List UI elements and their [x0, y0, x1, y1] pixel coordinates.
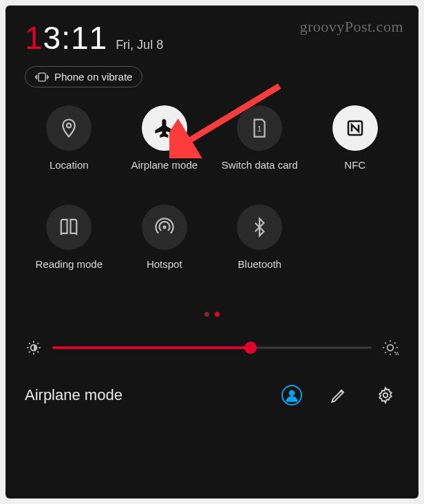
tile-hotspot[interactable]: Hotspot: [120, 204, 209, 284]
brightness-slider-row: A: [25, 339, 399, 357]
tile-airplane-mode[interactable]: Airplane mode: [120, 105, 209, 185]
user-icon: [282, 385, 302, 406]
svg-text:1: 1: [257, 125, 262, 133]
brightness-slider[interactable]: [52, 339, 372, 356]
watermark-text: groovyPost.com: [299, 18, 403, 36]
tiles-grid: Location Airplane mode 1 Switch data car…: [25, 105, 399, 284]
footer-bar: Airplane mode: [25, 381, 399, 409]
vibrate-pill[interactable]: Phone on vibrate: [25, 66, 142, 87]
svg-point-8: [289, 390, 295, 396]
svg-point-6: [388, 345, 394, 351]
vibrate-icon: [35, 72, 49, 83]
pencil-icon: [330, 386, 348, 404]
clock-time: 13:11: [25, 19, 107, 56]
svg-point-1: [67, 123, 71, 127]
user-button[interactable]: [278, 381, 306, 409]
nfc-icon: [332, 105, 378, 151]
vibrate-label: Phone on vibrate: [54, 71, 132, 83]
bluetooth-icon: [237, 204, 282, 250]
page-indicator: [25, 312, 399, 317]
quick-settings-panel: groovyPost.com 13:11 Fri, Jul 8 Phone on…: [6, 6, 418, 498]
edit-button[interactable]: [325, 381, 352, 409]
tile-nfc[interactable]: NFC: [311, 105, 400, 185]
footer-title: Airplane mode: [25, 386, 259, 404]
hotspot-icon: [142, 204, 187, 250]
tile-bluetooth[interactable]: Bluetooth: [215, 204, 304, 284]
sim-icon: 1: [237, 105, 282, 151]
svg-point-9: [383, 393, 388, 398]
tile-location[interactable]: Location: [25, 105, 114, 185]
svg-text:A: A: [396, 350, 399, 357]
svg-point-4: [162, 226, 166, 229]
svg-rect-0: [39, 73, 45, 81]
settings-button[interactable]: [372, 381, 399, 409]
tile-reading-mode[interactable]: Reading mode: [25, 204, 114, 284]
page-dot[interactable]: [204, 312, 209, 317]
page-dot[interactable]: [215, 312, 220, 317]
slider-thumb[interactable]: [244, 342, 257, 354]
location-icon: [46, 105, 92, 151]
brightness-auto-icon[interactable]: A: [381, 339, 399, 357]
brightness-low-icon: [25, 339, 43, 357]
book-icon: [46, 204, 92, 250]
airplane-icon: [142, 105, 187, 151]
tile-switch-data-card[interactable]: 1 Switch data card: [215, 105, 304, 185]
date-label: Fri, Jul 8: [116, 38, 163, 52]
gear-icon: [377, 386, 394, 404]
